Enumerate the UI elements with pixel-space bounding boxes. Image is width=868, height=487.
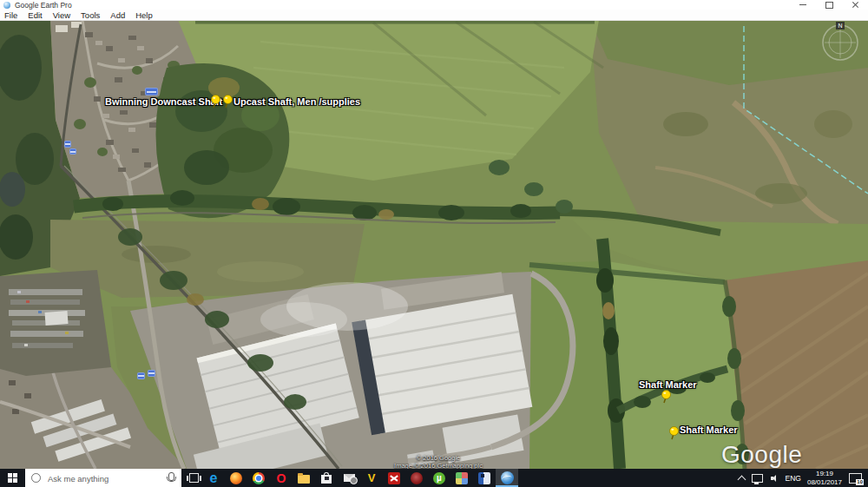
clock[interactable]: 19:19 08/01/2017 [807, 470, 842, 486]
menu-help[interactable]: Help [130, 10, 158, 20]
chrome-icon [253, 472, 265, 484]
map-viewport[interactable]: N Bwinning Downcast Shaft Upcast Shaft, … [0, 20, 868, 469]
road-sign-icon [137, 372, 145, 379]
notification-icon[interactable]: 10 [849, 473, 862, 484]
taskbar-icon-colorful-app[interactable] [450, 469, 473, 487]
red-tile-app-icon [388, 472, 400, 484]
menu-view[interactable]: View [48, 10, 76, 20]
taskbar-icon-opera[interactable]: O [270, 469, 293, 487]
compass-north-label: N [838, 23, 842, 29]
restore-button[interactable] [816, 0, 842, 10]
satellite-imagery[interactable]: N [0, 20, 868, 469]
menu-edit[interactable]: Edit [23, 10, 47, 20]
shopping-bag-icon [321, 475, 332, 484]
microphone-icon[interactable] [168, 472, 174, 481]
menu-file[interactable]: File [0, 10, 23, 20]
google-earth-app-icon [3, 2, 10, 9]
search-input[interactable] [46, 469, 162, 487]
taskbar-icon-darkred-app[interactable] [405, 469, 428, 487]
pushpin-icon[interactable] [210, 95, 221, 109]
close-button[interactable] [842, 0, 868, 10]
window-title: Google Earth Pro [15, 1, 72, 10]
menubar: File Edit View Tools Add Help [0, 10, 868, 21]
road-sign-icon [148, 370, 155, 377]
blue-app-icon [478, 472, 490, 484]
pushpin-icon[interactable] [668, 426, 680, 440]
volume-icon[interactable] [771, 474, 779, 483]
menu-add[interactable]: Add [105, 10, 130, 20]
edge-icon: e [210, 471, 218, 485]
pushpin-icon[interactable] [661, 390, 672, 404]
tray-date: 08/01/2017 [807, 478, 842, 486]
taskbar-icon-mail[interactable] [338, 469, 360, 487]
tray-time: 19:19 [816, 470, 833, 477]
desktop: Google Earth Pro File Edit View Tools Ad… [0, 0, 868, 487]
map-copyright: © 2016 Google Image © 2016 Getmapping pl… [343, 454, 534, 469]
taskbar-icon-chrome[interactable] [247, 469, 270, 487]
v-app-icon: V [368, 472, 376, 484]
taskbar-icon-store[interactable] [315, 469, 338, 487]
network-icon[interactable] [752, 474, 763, 483]
road-sign-icon [69, 148, 76, 155]
taskbar-icon-file-explorer[interactable] [293, 469, 315, 487]
windows-logo-icon [8, 473, 17, 483]
taskbar-icon-red-tile-app[interactable] [383, 469, 405, 487]
taskbar-icon-firefox[interactable] [225, 469, 247, 487]
folder-icon [298, 475, 310, 484]
opera-icon: O [277, 472, 286, 484]
start-button[interactable] [0, 469, 24, 487]
placemark-label[interactable]: Bwinning Downcast Shaft [105, 96, 222, 107]
placemark-label[interactable]: Upcast Shaft, Men /supplies [233, 96, 360, 107]
cortana-icon [31, 473, 41, 483]
taskbar-icon-google-earth[interactable] [496, 469, 518, 487]
language-indicator[interactable]: ENG [786, 474, 801, 483]
google-earth-globe-icon [501, 471, 514, 484]
system-tray: ENG 19:19 08/01/2017 10 [739, 469, 865, 487]
notification-badge: 10 [856, 479, 864, 485]
copyright-line: © 2016 Google [343, 454, 534, 462]
tray-expand-icon[interactable] [737, 475, 746, 484]
taskbar-apps: e O V µ [202, 469, 518, 487]
taskbar-icon-v-app[interactable]: V [360, 469, 383, 487]
firefox-icon [230, 472, 242, 484]
windows-taskbar: e O V µ ENG 19:19 08/01/2017 [0, 469, 868, 487]
taskbar-icon-edge[interactable]: e [202, 469, 225, 487]
placemark-label[interactable]: Shaft Marker [680, 424, 738, 435]
taskbar-icon-blue-app[interactable] [473, 469, 496, 487]
minimize-button[interactable] [790, 0, 816, 10]
placemark-label[interactable]: Shaft Marker [639, 379, 697, 390]
window-titlebar: Google Earth Pro [0, 0, 868, 10]
menu-tools[interactable]: Tools [76, 10, 105, 20]
dark-red-app-icon [411, 472, 423, 484]
copyright-line: Image © 2016 Getmapping plc [343, 462, 534, 469]
task-view-button[interactable] [184, 469, 203, 487]
colorful-app-icon [456, 472, 468, 484]
road-sign-icon [64, 141, 71, 148]
envelope-icon [344, 474, 355, 482]
taskbar-icon-utorrent[interactable]: µ [428, 469, 450, 487]
road-sign-icon [145, 88, 158, 95]
task-view-icon [189, 473, 199, 483]
cortana-search[interactable] [25, 469, 181, 487]
pushpin-icon[interactable] [222, 95, 233, 109]
google-earth-watermark: Google Earth [721, 441, 868, 469]
utorrent-icon: µ [433, 472, 445, 484]
